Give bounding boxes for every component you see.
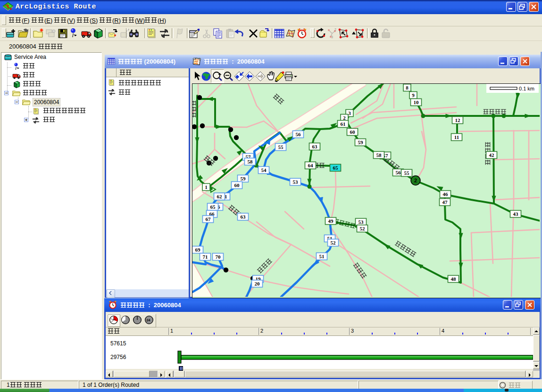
svg-text:63: 63 (312, 144, 318, 149)
svg-text:43: 43 (513, 211, 519, 217)
svg-text:52: 52 (360, 226, 366, 231)
svg-text:10: 10 (414, 99, 419, 105)
svg-text:3: 3 (351, 328, 354, 334)
svg-text:3: 3 (331, 35, 333, 39)
svg-text:20: 20 (255, 281, 260, 286)
svg-text:65: 65 (333, 165, 339, 171)
svg-text:54: 54 (261, 167, 267, 173)
svg-text:65: 65 (210, 204, 216, 210)
svg-text:1: 1 (170, 328, 173, 334)
svg-text:47: 47 (442, 199, 448, 205)
svg-text:58: 58 (248, 159, 253, 164)
svg-text:59: 59 (358, 139, 364, 145)
svg-text:67: 67 (206, 216, 211, 222)
svg-text:53: 53 (359, 219, 364, 225)
svg-text:1: 1 (205, 184, 208, 190)
svg-text:12: 12 (455, 117, 461, 123)
svg-text:59: 59 (241, 176, 246, 181)
svg-text:49: 49 (328, 218, 334, 224)
svg-text:60: 60 (234, 182, 240, 188)
svg-text:60: 60 (350, 129, 356, 135)
svg-text:52: 52 (331, 240, 336, 245)
svg-text:56: 56 (396, 170, 401, 175)
svg-text:55: 55 (404, 170, 410, 176)
svg-text:64: 64 (308, 163, 314, 168)
svg-text:56: 56 (296, 131, 301, 137)
svg-text:2: 2 (343, 115, 346, 121)
svg-text:70: 70 (216, 254, 221, 260)
svg-text:11: 11 (454, 134, 459, 140)
svg-text:48: 48 (451, 276, 457, 282)
svg-text:69: 69 (195, 247, 201, 253)
svg-text:24: 24 (146, 318, 150, 322)
svg-text:42: 42 (489, 152, 495, 158)
svg-text:63: 63 (241, 214, 246, 220)
svg-text:2: 2 (334, 28, 336, 31)
svg-text:3: 3 (348, 110, 351, 116)
svg-text:53: 53 (293, 179, 299, 185)
svg-text:62: 62 (217, 194, 223, 199)
svg-text:2: 2 (414, 178, 417, 183)
svg-text:8: 8 (406, 85, 409, 90)
svg-text:2: 2 (260, 328, 263, 334)
svg-text:46: 46 (443, 191, 449, 197)
svg-text:71: 71 (203, 254, 208, 260)
svg-text:51: 51 (319, 253, 325, 259)
svg-text:9: 9 (412, 92, 415, 98)
svg-text:55: 55 (278, 144, 284, 150)
svg-text:4: 4 (442, 328, 444, 334)
svg-text:61: 61 (341, 121, 346, 127)
svg-text:58: 58 (376, 152, 382, 158)
svg-text:0.1 km: 0.1 km (519, 86, 534, 91)
